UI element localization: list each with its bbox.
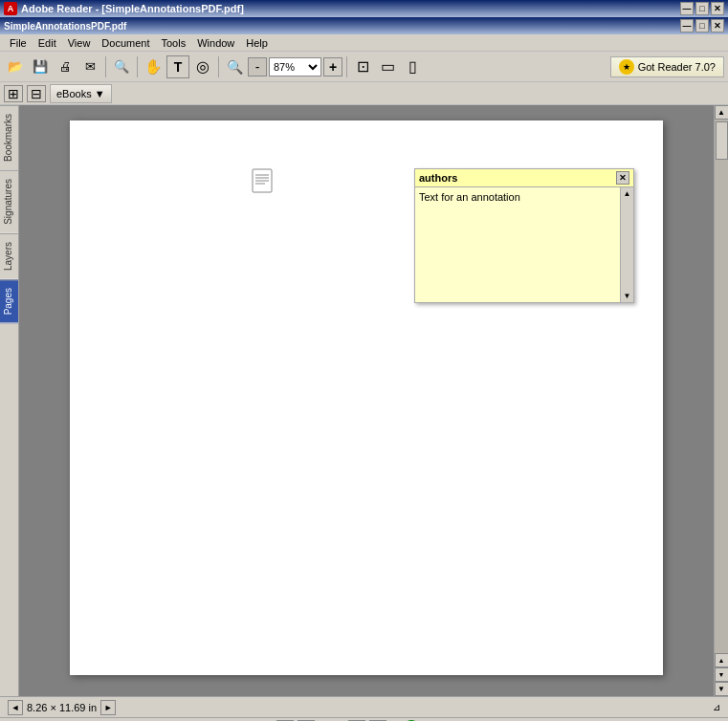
pages-label: Pages (3, 288, 13, 315)
print-btn[interactable]: 🖨 (54, 55, 77, 78)
toolbar2-small-btn1[interactable]: ⊞ (4, 85, 23, 102)
bookmarks-label: Bookmarks (3, 114, 13, 162)
layers-label: Layers (3, 242, 13, 271)
zoom-out-btn[interactable]: - (248, 57, 267, 76)
got-reader-label: Got Reader 7.0? (638, 61, 716, 73)
menu-file[interactable]: File (4, 36, 33, 50)
scroll-mid-btn1[interactable]: ▲ (715, 653, 729, 667)
got-reader-icon: ★ (619, 59, 634, 75)
zoom-select[interactable]: 50% 75% 87% 100% 125% 150% 200% (269, 57, 321, 76)
title-bar: A Adobe Reader - [SimpleAnnotationsPDF.p… (0, 0, 728, 17)
zoom-group: 🔍 - 50% 75% 87% 100% 125% 150% 200% + (223, 55, 342, 78)
nav-bar: ◀◀ ◀ 1 of 1 ▶ ▶▶ □ (0, 717, 728, 721)
left-sidebar: Bookmarks Signatures Layers Pages (0, 105, 19, 696)
save-btn[interactable]: 💾 (29, 55, 52, 78)
title-bar-buttons: — □ ✕ (680, 2, 724, 15)
sidebar-empty (0, 323, 18, 696)
sidebar-tab-pages[interactable]: Pages (0, 279, 18, 323)
scroll-mid-btn2[interactable]: ▼ (715, 667, 729, 682)
toolbar1: 📂 💾 🖨 ✉ 🔍 ✋ T ◎ 🔍 - 50% 75% 87% 100% 125… (0, 52, 728, 82)
title-bar-left: A Adobe Reader - [SimpleAnnotationsPDF.p… (4, 2, 244, 15)
title-bar-label: Adobe Reader - [SimpleAnnotationsPDF.pdf… (21, 3, 244, 14)
menu-bar: File Edit View Document Tools Window Hel… (0, 34, 728, 52)
bottom-bar: ◄ 8.26 × 11.69 in ► ⊿ (0, 696, 728, 717)
annotation-scroll-up[interactable]: ▲ (622, 187, 633, 200)
annotation-scroll-down[interactable]: ▼ (622, 290, 633, 302)
annotation-header-btns: ✕ (616, 171, 629, 185)
restore-btn[interactable]: □ (695, 2, 709, 15)
fit-facing-btn[interactable]: ▯ (401, 55, 424, 78)
select-text-btn[interactable]: T (166, 55, 189, 78)
inner-title-left: SimpleAnnotationsPDF.pdf (4, 21, 126, 32)
hand-btn[interactable]: ✋ (142, 55, 165, 78)
annotation-body[interactable]: Text for an annotation (415, 187, 524, 302)
bottom-left: ◄ 8.26 × 11.69 in ► (8, 700, 705, 715)
annotation-author: authors (419, 172, 457, 184)
sep3 (218, 56, 219, 77)
signatures-label: Signatures (3, 179, 13, 225)
inner-restore-btn[interactable]: □ (695, 19, 709, 33)
annotation-scrollbar: ▲ ▼ (620, 187, 633, 302)
got-reader-btn[interactable]: ★ Got Reader 7.0? (610, 56, 724, 77)
annotation-text: Text for an annotation (419, 191, 520, 203)
snapshot-btn[interactable]: ◎ (191, 55, 214, 78)
inner-title-buttons: — □ ✕ (680, 19, 724, 33)
toolbar2: ⊞ ⊟ eBooks ▼ (0, 82, 728, 105)
annotation-close-btn[interactable]: ✕ (616, 171, 629, 185)
scroll-up-btn[interactable]: ▲ (715, 105, 729, 120)
sidebar-tab-layers[interactable]: Layers (0, 233, 18, 279)
pdf-page: authors ✕ Text for an annotation ▲ ▼ (70, 120, 663, 675)
search-btn[interactable]: 🔍 (110, 55, 133, 78)
menu-help[interactable]: Help (240, 36, 274, 50)
zoom-in-btn[interactable]: 🔍 (223, 55, 246, 78)
toolbar2-small-btn2[interactable]: ⊟ (27, 85, 46, 102)
scroll-down-btn[interactable]: ▼ (715, 682, 729, 696)
right-scrollbar: ▲ ▲ ▼ ▼ (714, 105, 728, 696)
ebooks-btn[interactable]: eBooks ▼ (50, 84, 112, 103)
bottom-scroll-left[interactable]: ◄ (8, 700, 23, 715)
inner-minimize-btn[interactable]: — (680, 19, 694, 33)
inner-title-bar: SimpleAnnotationsPDF.pdf — □ ✕ (0, 17, 728, 34)
menu-view[interactable]: View (62, 36, 97, 50)
ebooks-arrow: ▼ (95, 88, 105, 99)
sep4 (346, 56, 347, 77)
inner-title-label: SimpleAnnotationsPDF.pdf (4, 21, 126, 32)
close-btn[interactable]: ✕ (711, 2, 724, 15)
annotation-header: authors ✕ (415, 169, 633, 187)
main-area: Bookmarks Signatures Layers Pages (0, 105, 728, 696)
annotation-icon[interactable] (252, 168, 273, 199)
inner-close-btn[interactable]: ✕ (711, 19, 724, 33)
annotation-popup: authors ✕ Text for an annotation ▲ ▼ (414, 168, 634, 303)
adobe-icon: A (4, 2, 17, 15)
open-btn[interactable]: 📂 (4, 55, 27, 78)
menu-edit[interactable]: Edit (33, 36, 62, 50)
menu-document[interactable]: Document (96, 36, 155, 50)
fit-page-btn[interactable]: ⊡ (351, 55, 374, 78)
minimize-btn[interactable]: — (680, 2, 694, 15)
zoom-plus-btn[interactable]: + (323, 57, 342, 76)
resize-grip[interactable]: ⊿ (713, 702, 720, 712)
page-size-text: 8.26 × 11.69 in (27, 702, 97, 713)
scroll-track[interactable] (715, 120, 729, 653)
sep1 (105, 56, 106, 77)
sep2 (137, 56, 138, 77)
menu-tools[interactable]: Tools (156, 36, 192, 50)
menu-window[interactable]: Window (191, 36, 240, 50)
content-area: authors ✕ Text for an annotation ▲ ▼ (19, 105, 714, 696)
fit-width-btn[interactable]: ▭ (376, 55, 399, 78)
sidebar-tab-bookmarks[interactable]: Bookmarks (0, 105, 18, 170)
annotation-content: Text for an annotation ▲ ▼ (415, 187, 633, 302)
sidebar-tab-signatures[interactable]: Signatures (0, 170, 18, 233)
email-btn[interactable]: ✉ (78, 55, 101, 78)
bottom-scroll-right[interactable]: ► (100, 700, 116, 715)
scroll-thumb[interactable] (716, 121, 728, 160)
ebooks-label: eBooks (56, 88, 92, 99)
